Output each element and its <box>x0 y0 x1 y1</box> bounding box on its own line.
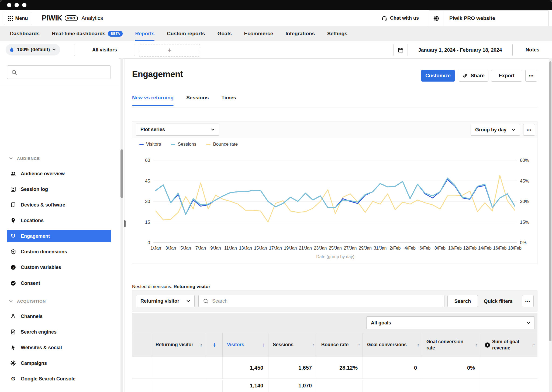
svg-text:4/Feb: 4/Feb <box>405 246 416 250</box>
column-sessions[interactable]: Sessions ↓↑ <box>268 333 317 357</box>
google-g-icon: G <box>10 376 16 382</box>
sidebar-scrollbar-thumb[interactable] <box>120 149 123 198</box>
sample-selector[interactable]: 100% (default) <box>6 44 60 55</box>
all-visitors-segment-button[interactable]: All visitors <box>74 44 135 56</box>
nav-tab-goals[interactable]: Goals <box>218 26 232 41</box>
all-goals-select[interactable]: All goals <box>366 316 535 329</box>
sidebar-item-google-search-console[interactable]: G Google Search Console <box>7 373 111 385</box>
add-segment-button[interactable]: + <box>139 44 200 57</box>
add-column-button[interactable]: + <box>205 333 222 357</box>
table-search-field[interactable] <box>198 295 444 307</box>
quick-filters-button[interactable]: Quick filters <box>484 295 513 307</box>
website-name: Piwik PRO website <box>443 15 495 21</box>
section-acquisition[interactable]: ACQUISITION <box>9 299 46 303</box>
sidebar-search-input[interactable] <box>7 65 111 79</box>
svg-text:60: 60 <box>145 158 150 163</box>
sort-icon[interactable]: ↓↑ <box>416 342 419 348</box>
group-by-select[interactable]: Group by day <box>471 124 520 136</box>
svg-text:29/Jan: 29/Jan <box>359 246 372 250</box>
chevron-down-icon <box>52 48 56 51</box>
sidebar-item-websites-social[interactable]: Websites & social <box>7 341 111 354</box>
window-minimize-button[interactable] <box>15 3 19 7</box>
dimension-select[interactable]: Returning visitor <box>136 295 195 307</box>
goals-strip: All goals <box>132 313 537 333</box>
sidebar-item-google-ads[interactable]: Google Ads <box>7 388 111 392</box>
chevron-down-icon <box>211 128 215 131</box>
sort-icon[interactable]: ↓↑ <box>357 342 359 348</box>
menu-button[interactable]: Menu <box>4 12 32 25</box>
export-button[interactable]: Export <box>491 70 522 82</box>
sidebar-item-custom-variables[interactable]: x Custom variables <box>7 261 111 274</box>
engagement-line-chart[interactable]: 00%1515%3030%4545%6060%1/Jan3/Jan5/Jan7/… <box>132 140 537 261</box>
nav-tab-reports[interactable]: Reports <box>135 26 154 41</box>
sidebar-item-custom-dimensions[interactable]: Custom dimensions <box>7 246 111 258</box>
chart-more-button[interactable]: ••• <box>523 124 535 136</box>
column-sum-of-goal-revenue[interactable]: Sum of goal revenue ↓↑ <box>480 333 537 357</box>
window-scrollbar-thumb[interactable] <box>549 61 551 341</box>
cell-expander[interactable] <box>132 357 151 379</box>
nav-tab-ecommerce[interactable]: Ecommerce <box>244 26 273 41</box>
tab-sessions[interactable]: Sessions <box>186 95 209 106</box>
column-bounce-rate[interactable]: Bounce rate ↓↑ <box>317 333 363 357</box>
window-zoom-button[interactable] <box>22 3 26 7</box>
search-icon <box>203 298 209 304</box>
table-more-button[interactable]: ••• <box>522 295 534 307</box>
website-selector[interactable]: Piwik PRO website <box>429 10 548 26</box>
customize-button[interactable]: Customize <box>421 70 455 82</box>
panel-resize-handle[interactable] <box>124 220 126 227</box>
sort-desc-icon[interactable]: ↓ <box>263 341 265 348</box>
sidebar-item-channels[interactable]: Channels <box>7 310 111 323</box>
column-returning-visitor[interactable]: Returning visitor ↓↑ <box>151 333 205 357</box>
sidebar-item-search-engines[interactable]: Search engines <box>7 326 111 338</box>
sort-icon[interactable]: ↓↑ <box>474 342 477 348</box>
table-search-input[interactable] <box>212 298 444 304</box>
svg-text:21/Jan: 21/Jan <box>299 246 312 250</box>
sidebar-scrollbar-track[interactable] <box>120 58 123 392</box>
tab-new-vs-returning[interactable]: New vs returning <box>132 95 174 106</box>
calendar-icon <box>394 44 408 56</box>
sidebar-item-consent[interactable]: Consent <box>7 277 111 289</box>
sidebar-item-campaigns[interactable]: Campaigns <box>7 357 111 369</box>
section-audience[interactable]: AUDIENCE <box>9 156 40 161</box>
sidebar-item-audience-overview[interactable]: Audience overview <box>7 167 111 180</box>
chat-with-us-button[interactable]: Chat with us <box>381 10 419 26</box>
cell-expander[interactable] <box>132 380 151 392</box>
nav-tab-realtime-dashboards[interactable]: Real-time dashboardsBETA <box>52 26 123 41</box>
notes-button[interactable]: Notes <box>526 44 539 55</box>
svg-text:8/Feb: 8/Feb <box>434 246 446 250</box>
date-range-picker[interactable]: January 1, 2024 - February 18, 2024 <box>394 44 513 56</box>
svg-text:9/Jan: 9/Jan <box>210 246 221 250</box>
svg-text:6/Feb: 6/Feb <box>420 246 431 250</box>
more-actions-button[interactable]: ••• <box>525 70 537 82</box>
share-button[interactable]: Share <box>459 70 488 82</box>
sidebar-item-locations[interactable]: Locations <box>7 214 111 227</box>
table-row[interactable]: 1,450 1,657 28.12% 0 0% <box>132 357 537 379</box>
sort-icon[interactable]: ↓↑ <box>199 342 202 348</box>
tab-times[interactable]: Times <box>222 95 236 106</box>
network-icon <box>10 313 16 319</box>
nav-tab-integrations[interactable]: Integrations <box>285 26 315 41</box>
column-visitors[interactable]: Visitors ↓ <box>222 333 268 357</box>
window-close-button[interactable] <box>7 3 11 7</box>
svg-text:2/Feb: 2/Feb <box>390 246 401 250</box>
chart-toolbar: Plot series Group by day ••• <box>132 121 537 138</box>
sidebar-item-devices-software[interactable]: Devices & software <box>7 199 111 211</box>
filter-bar: 100% (default) All visitors + January 1,… <box>0 41 552 59</box>
search-button[interactable]: Search <box>447 295 478 307</box>
sidebar-item-engagement[interactable]: Engagement <box>7 230 111 242</box>
column-goal-conversion-rate[interactable]: Goal conversion rate ↓↑ <box>422 333 480 357</box>
sort-icon[interactable]: ↓↑ <box>532 342 534 348</box>
svg-text:45: 45 <box>145 178 150 184</box>
svg-text:27/Jan: 27/Jan <box>344 246 357 250</box>
table-header-row: Returning visitor ↓↑ + Visitors ↓ Sessio… <box>132 333 537 357</box>
nav-tab-settings[interactable]: Settings <box>327 26 347 41</box>
sidebar-item-session-log[interactable]: Session log <box>7 183 111 195</box>
plot-series-select[interactable]: Plot series <box>136 124 219 136</box>
table-row[interactable]: 1,140 1,070 <box>132 380 537 392</box>
brand-piwik: PIWIK <box>42 14 62 22</box>
sort-icon[interactable]: ↓↑ <box>311 342 313 348</box>
column-goal-conversions[interactable]: Goal conversions ↓↑ <box>363 333 422 357</box>
nav-tab-custom-reports[interactable]: Custom reports <box>167 26 205 41</box>
nav-tab-dashboards[interactable]: Dashboards <box>10 26 40 41</box>
cube-icon <box>10 249 16 255</box>
